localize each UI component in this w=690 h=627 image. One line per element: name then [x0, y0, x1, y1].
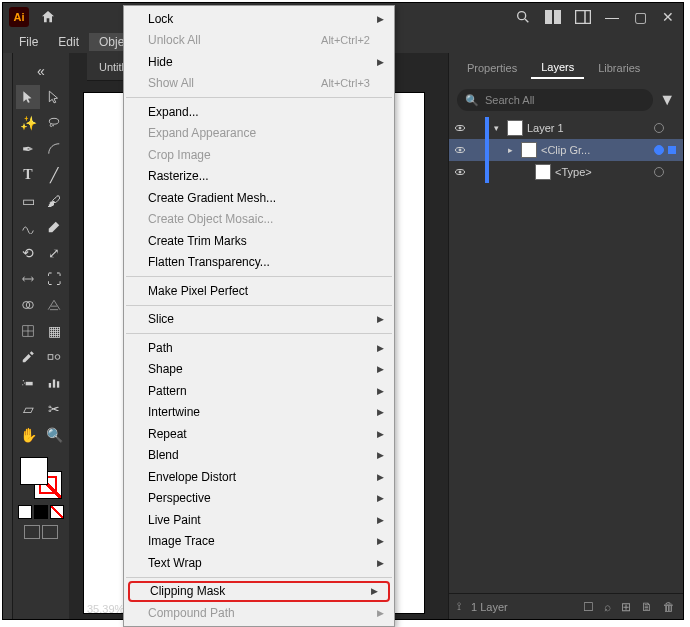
perspective-grid-tool[interactable]	[42, 293, 66, 317]
home-icon[interactable]	[39, 8, 57, 26]
color-mode-icon[interactable]	[18, 505, 32, 519]
rotate-tool[interactable]: ⟲	[16, 241, 40, 265]
magic-wand-tool[interactable]: ✨	[16, 111, 40, 135]
fill-swatch[interactable]	[20, 457, 48, 485]
menu-item-envelope-distort[interactable]: Envelope Distort▶	[124, 466, 394, 488]
visibility-toggle[interactable]	[449, 144, 471, 156]
menu-item-intertwine[interactable]: Intertwine▶	[124, 402, 394, 424]
menu-item-perspective[interactable]: Perspective▶	[124, 488, 394, 510]
target-icon[interactable]	[651, 145, 667, 155]
menu-item-hide[interactable]: Hide▶	[124, 51, 394, 73]
search-placeholder: Search All	[485, 94, 535, 106]
new-layer-icon[interactable]: 🗎	[641, 600, 653, 614]
visibility-toggle[interactable]	[449, 122, 471, 134]
menu-separator	[126, 276, 392, 277]
menu-item-create-trim-marks[interactable]: Create Trim Marks	[124, 230, 394, 252]
fill-stroke-swatch[interactable]	[20, 457, 62, 499]
menu-item-text-wrap[interactable]: Text Wrap▶	[124, 552, 394, 574]
zoom-tool[interactable]: 🔍	[42, 423, 66, 447]
menu-edit[interactable]: Edit	[48, 33, 89, 51]
filter-icon[interactable]: ▼	[659, 91, 675, 109]
slice-tool[interactable]: ✂	[42, 397, 66, 421]
chevron-right-icon: ▶	[377, 536, 384, 546]
menu-item-create-gradient-mesh[interactable]: Create Gradient Mesh...	[124, 187, 394, 209]
layer-search-input[interactable]: 🔍 Search All	[457, 89, 653, 111]
menu-item-rasterize[interactable]: Rasterize...	[124, 166, 394, 188]
menu-item-pattern[interactable]: Pattern▶	[124, 380, 394, 402]
close-button[interactable]: ✕	[661, 10, 675, 24]
svg-point-0	[518, 12, 526, 20]
gradient-mode-icon[interactable]	[34, 505, 48, 519]
layer-row[interactable]: <Type>	[449, 161, 683, 183]
rectangle-tool[interactable]: ▭	[16, 189, 40, 213]
locate-icon[interactable]: ☐	[583, 600, 594, 614]
draw-behind-icon[interactable]	[42, 525, 58, 539]
curvature-tool[interactable]	[42, 137, 66, 161]
pen-tool[interactable]: ✒	[16, 137, 40, 161]
shaper-tool[interactable]	[16, 215, 40, 239]
chevron-left-icon[interactable]: «	[29, 59, 53, 83]
free-transform-tool[interactable]: ⛶	[42, 267, 66, 291]
menu-item-make-pixel-perfect[interactable]: Make Pixel Perfect	[124, 280, 394, 302]
menu-item-repeat[interactable]: Repeat▶	[124, 423, 394, 445]
collect-icon[interactable]: ⟟	[457, 600, 461, 613]
search-icon[interactable]	[515, 9, 531, 25]
menu-item-label: Compound Path	[148, 606, 370, 620]
menu-item-clipping-mask[interactable]: Clipping Mask▶	[128, 581, 390, 603]
zoom-level[interactable]: 35.39%	[87, 603, 124, 615]
selection-tool[interactable]	[16, 85, 40, 109]
search-icon: 🔍	[465, 94, 479, 107]
workspace-icon[interactable]	[575, 9, 591, 25]
none-mode-icon[interactable]	[50, 505, 64, 519]
visibility-toggle[interactable]	[449, 166, 471, 178]
artboard-tool[interactable]: ▱	[16, 397, 40, 421]
menu-item-image-trace[interactable]: Image Trace▶	[124, 531, 394, 553]
make-clip-icon[interactable]: ⌕	[604, 600, 611, 614]
target-icon[interactable]	[651, 123, 667, 133]
layer-name[interactable]: Layer 1	[527, 122, 651, 134]
target-icon[interactable]	[651, 167, 667, 177]
eyedropper-tool[interactable]	[16, 345, 40, 369]
delete-layer-icon[interactable]: 🗑	[663, 600, 675, 614]
menu-file[interactable]: File	[9, 33, 48, 51]
menu-item-path[interactable]: Path▶	[124, 337, 394, 359]
menu-item-shape[interactable]: Shape▶	[124, 359, 394, 381]
shape-builder-tool[interactable]	[16, 293, 40, 317]
tab-layers[interactable]: Layers	[531, 57, 584, 79]
lasso-tool[interactable]	[42, 111, 66, 135]
hand-tool[interactable]: ✋	[16, 423, 40, 447]
scale-tool[interactable]: ⤢	[42, 241, 66, 265]
expand-toggle[interactable]: ▸	[503, 145, 517, 155]
menu-item-flatten-transparency[interactable]: Flatten Transparency...	[124, 252, 394, 274]
menu-item-live-paint[interactable]: Live Paint▶	[124, 509, 394, 531]
layer-name[interactable]: <Type>	[555, 166, 651, 178]
layer-row[interactable]: ▾Layer 1	[449, 117, 683, 139]
menu-item-blend[interactable]: Blend▶	[124, 445, 394, 467]
menu-item-slice[interactable]: Slice▶	[124, 309, 394, 331]
layer-row[interactable]: ▸<Clip Gr...	[449, 139, 683, 161]
expand-toggle[interactable]: ▾	[489, 123, 503, 133]
layer-list: ▾Layer 1▸<Clip Gr...<Type>	[449, 117, 683, 183]
tab-properties[interactable]: Properties	[457, 58, 527, 78]
symbol-sprayer-tool[interactable]	[16, 371, 40, 395]
direct-selection-tool[interactable]	[42, 85, 66, 109]
paintbrush-tool[interactable]: 🖌	[42, 189, 66, 213]
draw-normal-icon[interactable]	[24, 525, 40, 539]
graph-tool[interactable]	[42, 371, 66, 395]
maximize-button[interactable]: ▢	[633, 10, 647, 24]
minimize-button[interactable]: —	[605, 10, 619, 24]
tab-libraries[interactable]: Libraries	[588, 58, 650, 78]
line-tool[interactable]: ╱	[42, 163, 66, 187]
menu-item-expand[interactable]: Expand...	[124, 101, 394, 123]
arrange-icon[interactable]	[545, 9, 561, 25]
width-tool[interactable]	[16, 267, 40, 291]
gradient-tool[interactable]: ▦	[42, 319, 66, 343]
mesh-tool[interactable]	[16, 319, 40, 343]
eraser-tool[interactable]	[42, 215, 66, 239]
layer-name[interactable]: <Clip Gr...	[541, 144, 651, 156]
menu-item-lock[interactable]: Lock▶	[124, 8, 394, 30]
type-tool[interactable]: T	[16, 163, 40, 187]
chevron-right-icon: ▶	[377, 472, 384, 482]
blend-tool[interactable]	[42, 345, 66, 369]
new-sublayer-icon[interactable]: ⊞	[621, 600, 631, 614]
